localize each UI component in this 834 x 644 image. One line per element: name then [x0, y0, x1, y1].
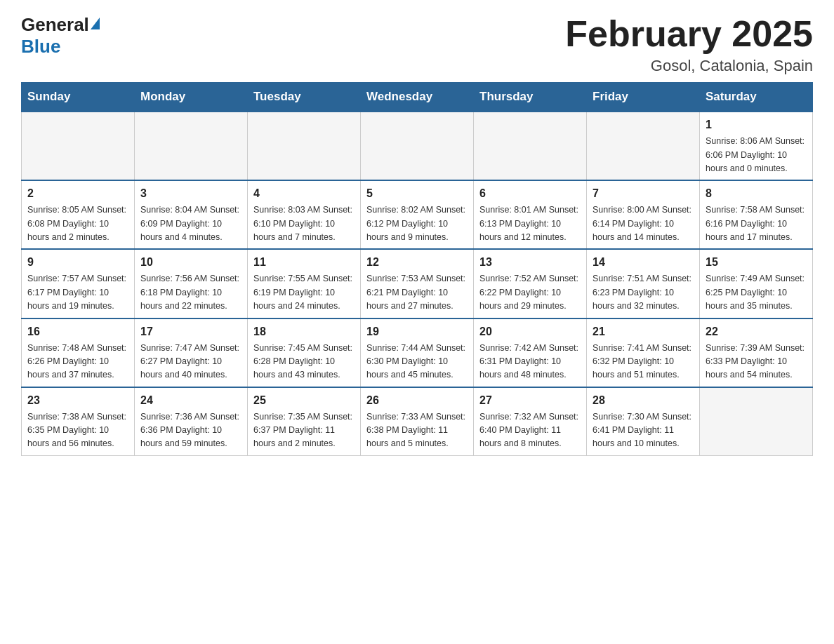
calendar-table: SundayMondayTuesdayWednesdayThursdayFrid… [21, 82, 813, 456]
day-info: Sunrise: 8:03 AM Sunset: 6:10 PM Dayligh… [253, 203, 355, 244]
day-info: Sunrise: 7:48 AM Sunset: 6:26 PM Dayligh… [27, 342, 128, 382]
day-info: Sunrise: 7:58 AM Sunset: 6:16 PM Dayligh… [706, 203, 807, 244]
day-info: Sunrise: 7:41 AM Sunset: 6:32 PM Dayligh… [593, 342, 694, 382]
calendar-cell [700, 387, 813, 456]
calendar-title: February 2025 [565, 14, 813, 54]
day-info: Sunrise: 7:38 AM Sunset: 6:35 PM Dayligh… [27, 410, 128, 451]
day-info: Sunrise: 7:55 AM Sunset: 6:19 PM Dayligh… [253, 272, 355, 313]
calendar-subtitle: Gosol, Catalonia, Spain [565, 57, 813, 75]
logo-arrow-icon [91, 18, 100, 29]
weekday-header-tuesday: Tuesday [248, 83, 361, 112]
day-number: 10 [140, 254, 241, 271]
day-info: Sunrise: 8:06 AM Sunset: 6:06 PM Dayligh… [706, 135, 807, 175]
day-number: 25 [253, 392, 355, 409]
calendar-title-block: February 2025 Gosol, Catalonia, Spain [565, 14, 813, 75]
day-number: 4 [253, 185, 355, 202]
day-info: Sunrise: 7:35 AM Sunset: 6:37 PM Dayligh… [253, 410, 355, 451]
calendar-cell [474, 112, 587, 180]
day-number: 15 [706, 254, 807, 271]
calendar-cell: 15Sunrise: 7:49 AM Sunset: 6:25 PM Dayli… [700, 249, 813, 318]
day-number: 13 [479, 254, 581, 271]
week-row-2: 2Sunrise: 8:05 AM Sunset: 6:08 PM Daylig… [22, 180, 813, 249]
day-number: 23 [27, 392, 128, 409]
calendar-cell [135, 112, 248, 180]
day-number: 5 [366, 185, 468, 202]
calendar-cell: 21Sunrise: 7:41 AM Sunset: 6:32 PM Dayli… [587, 318, 700, 387]
calendar-cell: 18Sunrise: 7:45 AM Sunset: 6:28 PM Dayli… [248, 318, 361, 387]
weekday-header-monday: Monday [135, 83, 248, 112]
calendar-cell: 22Sunrise: 7:39 AM Sunset: 6:33 PM Dayli… [700, 318, 813, 387]
calendar-cell: 17Sunrise: 7:47 AM Sunset: 6:27 PM Dayli… [135, 318, 248, 387]
day-number: 8 [706, 185, 807, 202]
calendar-cell: 1Sunrise: 8:06 AM Sunset: 6:06 PM Daylig… [700, 112, 813, 180]
day-number: 14 [593, 254, 694, 271]
day-info: Sunrise: 7:53 AM Sunset: 6:21 PM Dayligh… [366, 272, 468, 313]
day-info: Sunrise: 7:47 AM Sunset: 6:27 PM Dayligh… [140, 342, 241, 382]
calendar-cell: 24Sunrise: 7:36 AM Sunset: 6:36 PM Dayli… [135, 387, 248, 456]
day-info: Sunrise: 8:02 AM Sunset: 6:12 PM Dayligh… [366, 203, 468, 244]
weekday-header-row: SundayMondayTuesdayWednesdayThursdayFrid… [22, 83, 813, 112]
calendar-cell: 8Sunrise: 7:58 AM Sunset: 6:16 PM Daylig… [700, 180, 813, 249]
logo: General Blue [21, 14, 100, 58]
day-info: Sunrise: 7:30 AM Sunset: 6:41 PM Dayligh… [593, 410, 694, 451]
day-number: 7 [593, 185, 694, 202]
day-info: Sunrise: 8:04 AM Sunset: 6:09 PM Dayligh… [140, 203, 241, 244]
logo-blue-text: Blue [21, 36, 60, 58]
calendar-cell: 7Sunrise: 8:00 AM Sunset: 6:14 PM Daylig… [587, 180, 700, 249]
day-info: Sunrise: 7:45 AM Sunset: 6:28 PM Dayligh… [253, 342, 355, 382]
calendar-cell: 26Sunrise: 7:33 AM Sunset: 6:38 PM Dayli… [361, 387, 474, 456]
calendar-cell: 25Sunrise: 7:35 AM Sunset: 6:37 PM Dayli… [248, 387, 361, 456]
day-number: 27 [479, 392, 581, 409]
calendar-cell [248, 112, 361, 180]
day-number: 1 [706, 116, 807, 133]
calendar-cell: 16Sunrise: 7:48 AM Sunset: 6:26 PM Dayli… [22, 318, 135, 387]
calendar-cell [22, 112, 135, 180]
weekday-header-thursday: Thursday [474, 83, 587, 112]
day-number: 22 [706, 323, 807, 340]
weekday-header-wednesday: Wednesday [361, 83, 474, 112]
calendar-cell: 10Sunrise: 7:56 AM Sunset: 6:18 PM Dayli… [135, 249, 248, 318]
calendar-cell: 14Sunrise: 7:51 AM Sunset: 6:23 PM Dayli… [587, 249, 700, 318]
calendar-cell: 11Sunrise: 7:55 AM Sunset: 6:19 PM Dayli… [248, 249, 361, 318]
logo-general-text: General [21, 14, 89, 36]
day-number: 18 [253, 323, 355, 340]
day-info: Sunrise: 7:57 AM Sunset: 6:17 PM Dayligh… [27, 272, 128, 313]
calendar-cell: 9Sunrise: 7:57 AM Sunset: 6:17 PM Daylig… [22, 249, 135, 318]
day-number: 19 [366, 323, 468, 340]
weekday-header-sunday: Sunday [22, 83, 135, 112]
day-info: Sunrise: 8:01 AM Sunset: 6:13 PM Dayligh… [479, 203, 581, 244]
day-number: 11 [253, 254, 355, 271]
calendar-cell: 12Sunrise: 7:53 AM Sunset: 6:21 PM Dayli… [361, 249, 474, 318]
calendar-cell: 5Sunrise: 8:02 AM Sunset: 6:12 PM Daylig… [361, 180, 474, 249]
day-number: 20 [479, 323, 581, 340]
day-number: 21 [593, 323, 694, 340]
calendar-cell: 19Sunrise: 7:44 AM Sunset: 6:30 PM Dayli… [361, 318, 474, 387]
day-number: 28 [593, 392, 694, 409]
calendar-cell: 2Sunrise: 8:05 AM Sunset: 6:08 PM Daylig… [22, 180, 135, 249]
day-number: 9 [27, 254, 128, 271]
day-info: Sunrise: 7:49 AM Sunset: 6:25 PM Dayligh… [706, 272, 807, 313]
day-number: 16 [27, 323, 128, 340]
day-info: Sunrise: 7:52 AM Sunset: 6:22 PM Dayligh… [479, 272, 581, 313]
day-info: Sunrise: 7:51 AM Sunset: 6:23 PM Dayligh… [593, 272, 694, 313]
day-number: 2 [27, 185, 128, 202]
day-number: 26 [366, 392, 468, 409]
day-info: Sunrise: 8:00 AM Sunset: 6:14 PM Dayligh… [593, 203, 694, 244]
calendar-cell: 28Sunrise: 7:30 AM Sunset: 6:41 PM Dayli… [587, 387, 700, 456]
calendar-cell [361, 112, 474, 180]
calendar-cell: 20Sunrise: 7:42 AM Sunset: 6:31 PM Dayli… [474, 318, 587, 387]
calendar-cell [587, 112, 700, 180]
week-row-1: 1Sunrise: 8:06 AM Sunset: 6:06 PM Daylig… [22, 112, 813, 180]
week-row-5: 23Sunrise: 7:38 AM Sunset: 6:35 PM Dayli… [22, 387, 813, 456]
calendar-cell: 13Sunrise: 7:52 AM Sunset: 6:22 PM Dayli… [474, 249, 587, 318]
day-info: Sunrise: 7:32 AM Sunset: 6:40 PM Dayligh… [479, 410, 581, 451]
calendar-cell: 6Sunrise: 8:01 AM Sunset: 6:13 PM Daylig… [474, 180, 587, 249]
day-info: Sunrise: 7:42 AM Sunset: 6:31 PM Dayligh… [479, 342, 581, 382]
calendar-cell: 27Sunrise: 7:32 AM Sunset: 6:40 PM Dayli… [474, 387, 587, 456]
day-info: Sunrise: 7:33 AM Sunset: 6:38 PM Dayligh… [366, 410, 468, 451]
calendar-cell: 4Sunrise: 8:03 AM Sunset: 6:10 PM Daylig… [248, 180, 361, 249]
week-row-4: 16Sunrise: 7:48 AM Sunset: 6:26 PM Dayli… [22, 318, 813, 387]
day-info: Sunrise: 7:39 AM Sunset: 6:33 PM Dayligh… [706, 342, 807, 382]
week-row-3: 9Sunrise: 7:57 AM Sunset: 6:17 PM Daylig… [22, 249, 813, 318]
day-number: 17 [140, 323, 241, 340]
